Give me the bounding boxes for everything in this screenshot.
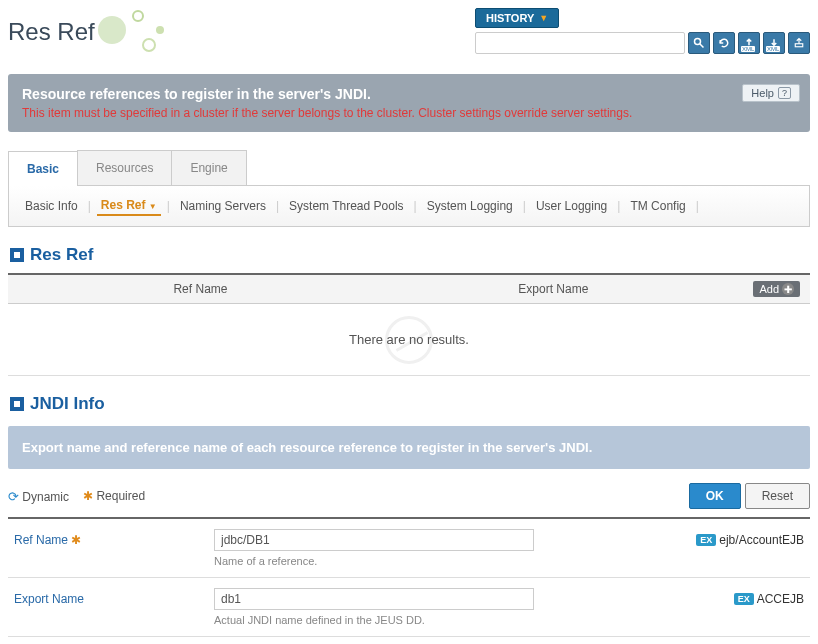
page-title: Res Ref — [8, 18, 95, 46]
no-results-row: There are no results. — [8, 304, 810, 376]
subnav-system-logging[interactable]: System Logging — [423, 197, 517, 215]
form-row-ref-name: Ref Name ✱ Name of a reference. EX ejb/A… — [8, 519, 810, 578]
svg-rect-2 — [795, 44, 803, 47]
tab-resources[interactable]: Resources — [77, 150, 172, 185]
main-tabs: Basic Resources Engine — [8, 150, 810, 186]
help-icon: ? — [778, 87, 791, 99]
legend-dynamic: ⟳ Dynamic — [8, 489, 69, 504]
example-badge-icon: EX — [696, 534, 716, 546]
plus-icon: ✚ — [782, 283, 794, 295]
legend-required: ✱ Required — [83, 489, 145, 503]
ref-name-hint: Name of a reference. — [214, 555, 664, 567]
subnav-res-ref-label: Res Ref — [101, 198, 146, 212]
xml-download-icon[interactable]: XML — [763, 32, 785, 54]
refresh-icon[interactable] — [713, 32, 735, 54]
tab-engine[interactable]: Engine — [171, 150, 246, 185]
form-row-export-name: Export Name Actual JNDI name defined in … — [8, 578, 810, 637]
ref-name-label-text: Ref Name — [14, 533, 68, 547]
export-name-example-text: ACCEJB — [757, 592, 804, 606]
tab-basic[interactable]: Basic — [8, 151, 78, 186]
export-name-example: EX ACCEJB — [674, 588, 804, 606]
dynamic-icon: ⟳ — [8, 489, 19, 504]
example-badge-icon: EX — [734, 593, 754, 605]
export-name-input[interactable] — [214, 588, 534, 610]
decorative-bubbles — [98, 8, 198, 58]
required-icon: ✱ — [83, 489, 93, 503]
chevron-down-icon: ▼ — [149, 202, 157, 211]
svg-point-0 — [695, 39, 701, 45]
jndi-info-banner: Export name and reference name of each r… — [8, 426, 810, 469]
no-results-text: There are no results. — [349, 332, 469, 347]
legend-dynamic-label: Dynamic — [22, 490, 69, 504]
col-ref-name: Ref Name — [8, 274, 393, 304]
history-button[interactable]: HISTORY ▼ — [475, 8, 559, 28]
add-button[interactable]: Add ✚ — [753, 281, 800, 297]
subnav-system-thread-pools[interactable]: System Thread Pools — [285, 197, 408, 215]
search-icon[interactable] — [688, 32, 710, 54]
subnav-tm-config[interactable]: TM Config — [626, 197, 689, 215]
export-name-hint: Actual JNDI name defined in the JEUS DD. — [214, 614, 664, 626]
banner-note: This item must be specified in a cluster… — [22, 106, 796, 120]
svg-line-1 — [700, 44, 704, 48]
subnav-basic-info[interactable]: Basic Info — [21, 197, 82, 215]
ref-name-example: EX ejb/AccountEJB — [674, 529, 804, 547]
export-icon[interactable] — [788, 32, 810, 54]
ref-name-example-text: ejb/AccountEJB — [719, 533, 804, 547]
help-button[interactable]: Help ? — [742, 84, 800, 102]
reset-button[interactable]: Reset — [745, 483, 810, 509]
chevron-down-icon: ▼ — [539, 13, 548, 23]
add-label: Add — [759, 283, 779, 295]
history-label: HISTORY — [486, 12, 534, 24]
ok-button[interactable]: OK — [689, 483, 741, 509]
subnav-user-logging[interactable]: User Logging — [532, 197, 611, 215]
section-icon — [10, 248, 24, 262]
help-label: Help — [751, 87, 774, 99]
banner-title: Resource references to register in the s… — [22, 86, 796, 102]
search-input[interactable] — [475, 32, 685, 54]
description-banner: Resource references to register in the s… — [8, 74, 810, 132]
section-title-resref: Res Ref — [30, 245, 93, 265]
sub-nav: Basic Info| Res Ref ▼| Naming Servers| S… — [8, 186, 810, 227]
section-icon — [10, 397, 24, 411]
section-title-jndi: JNDI Info — [30, 394, 105, 414]
ref-name-input[interactable] — [214, 529, 534, 551]
xml-upload-icon[interactable]: XML — [738, 32, 760, 54]
required-icon: ✱ — [71, 533, 81, 547]
legend-required-label: Required — [96, 489, 145, 503]
subnav-naming-servers[interactable]: Naming Servers — [176, 197, 270, 215]
resref-table: Ref Name Export Name Add ✚ — [8, 273, 810, 304]
subnav-res-ref[interactable]: Res Ref ▼ — [97, 196, 161, 216]
ref-name-label: Ref Name ✱ — [14, 529, 204, 547]
col-export-name: Export Name — [393, 274, 714, 304]
export-name-label: Export Name — [14, 588, 204, 606]
